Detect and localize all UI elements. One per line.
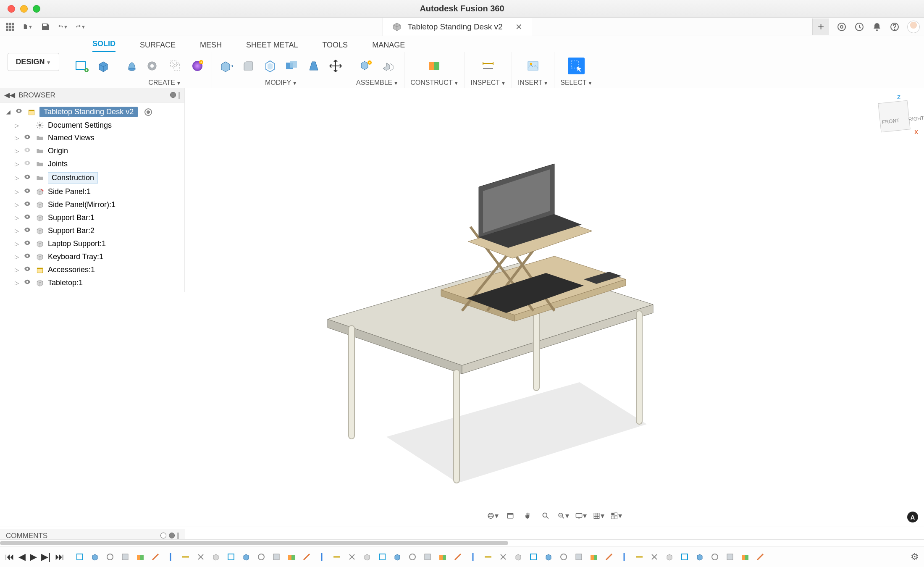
panel-dot-icon[interactable] [160, 533, 166, 538]
expand-arrow-icon[interactable]: ▷ [13, 135, 20, 141]
joint-icon[interactable] [358, 58, 375, 74]
construct-plane-icon[interactable] [426, 58, 443, 74]
timeline-feature[interactable] [407, 551, 418, 562]
expand-arrow-icon[interactable]: ▷ [13, 122, 20, 129]
timeline-feature[interactable] [362, 551, 373, 562]
timeline-feature[interactable] [573, 551, 584, 562]
tree-item[interactable]: ▷Tabletop:1 [3, 276, 184, 289]
loft-icon[interactable] [167, 58, 184, 74]
new-sketch-icon[interactable] [73, 58, 90, 74]
expand-arrow-icon[interactable]: ▷ [13, 215, 20, 221]
group-insert-label[interactable]: INSERT [518, 79, 548, 87]
visibility-icon[interactable] [24, 278, 32, 288]
new-tab-button[interactable]: + [812, 18, 829, 35]
timeline-feature[interactable] [301, 551, 312, 562]
viewcube[interactable]: Z X FRONT RIGHT [875, 97, 916, 137]
timeline-feature[interactable] [755, 551, 766, 562]
timeline-feature[interactable] [271, 551, 282, 562]
expand-arrow-icon[interactable]: ▷ [13, 148, 20, 154]
timeline-feature[interactable] [150, 551, 161, 562]
timeline-feature[interactable] [513, 551, 524, 562]
timeline-feature[interactable] [105, 551, 116, 562]
activate-component-icon[interactable] [144, 108, 152, 116]
timeline-feature[interactable] [74, 551, 85, 562]
visibility-icon[interactable] [24, 213, 32, 223]
close-tab-icon[interactable]: ✕ [515, 22, 522, 32]
fit-icon[interactable] [540, 510, 551, 522]
display-settings-icon[interactable]: ▾ [575, 510, 587, 522]
timeline-feature[interactable] [483, 551, 494, 562]
zoom-icon[interactable]: ▾ [557, 510, 569, 522]
visibility-icon[interactable] [24, 159, 32, 169]
sweep-icon[interactable] [145, 58, 162, 74]
grid-settings-icon[interactable]: ▾ [593, 510, 604, 522]
timeline-feature[interactable] [135, 551, 146, 562]
timeline-feature[interactable] [256, 551, 267, 562]
data-panel-icon[interactable] [5, 22, 15, 32]
timeline-feature[interactable] [226, 551, 236, 562]
timeline-feature[interactable] [649, 551, 660, 562]
group-construct-label[interactable]: CONSTRUCT [410, 79, 458, 87]
shell-icon[interactable] [262, 58, 278, 74]
expand-arrow-icon[interactable]: ▷ [13, 228, 20, 234]
viewport[interactable]: Z X FRONT RIGHT [185, 88, 924, 527]
visibility-icon[interactable] [24, 200, 32, 210]
viewcube-right[interactable]: RIGHT [908, 115, 924, 123]
visibility-icon[interactable] [24, 265, 32, 275]
extensions-icon[interactable] [837, 22, 847, 32]
tab-sheet-metal[interactable]: SHEET METAL [246, 41, 298, 52]
timeline-feature[interactable] [392, 551, 403, 562]
timeline-feature[interactable] [377, 551, 388, 562]
group-inspect-label[interactable]: INSPECT [471, 79, 506, 87]
group-create-label[interactable]: CREATE [148, 79, 181, 87]
timeline-feature[interactable] [89, 551, 100, 562]
tree-item[interactable]: ▷Joints [3, 158, 184, 171]
user-avatar[interactable] [907, 21, 920, 33]
tree-item[interactable]: ▷Side Panel:1 [3, 185, 184, 198]
insert-decal-icon[interactable] [525, 58, 541, 74]
viewcube-front[interactable]: FRONT [882, 118, 900, 125]
expand-arrow-icon[interactable]: ▷ [13, 175, 20, 181]
viewport-layout-icon[interactable]: ▾ [610, 510, 622, 522]
job-status-icon[interactable] [854, 22, 864, 32]
visibility-icon[interactable] [24, 133, 32, 143]
visibility-icon[interactable] [24, 252, 32, 262]
workspace-label[interactable]: DESIGN [8, 53, 59, 71]
timeline-feature[interactable] [210, 551, 221, 562]
timeline-feature[interactable] [165, 551, 176, 562]
tab-manage[interactable]: MANAGE [372, 41, 405, 52]
timeline-next-icon[interactable]: ▶| [41, 551, 51, 562]
panel-collapse-icon[interactable] [177, 533, 179, 539]
move-icon[interactable] [327, 58, 344, 74]
notifications-icon[interactable] [872, 22, 882, 32]
expand-arrow-icon[interactable]: ▷ [13, 241, 20, 247]
visibility-icon[interactable] [24, 239, 32, 249]
visibility-icon[interactable] [15, 107, 24, 117]
create-form-icon[interactable] [189, 58, 206, 74]
tree-item[interactable]: ▷Named Views [3, 131, 184, 144]
visibility-icon[interactable] [24, 146, 32, 156]
tree-item[interactable]: ▷Laptop Support:1 [3, 237, 184, 250]
timeline-feature[interactable] [528, 551, 539, 562]
expand-arrow-icon[interactable]: ▷ [13, 189, 20, 195]
tab-mesh[interactable]: MESH [200, 41, 222, 52]
extrude-icon[interactable] [95, 58, 112, 74]
timeline-prev-icon[interactable]: ◀ [18, 551, 26, 562]
timeline-feature[interactable] [437, 551, 448, 562]
timeline-feature[interactable] [452, 551, 463, 562]
tree-item[interactable]: ▷Construction [3, 171, 184, 185]
tab-solid[interactable]: SOLID [92, 39, 116, 52]
timeline-feature[interactable] [316, 551, 327, 562]
timeline-feature[interactable] [422, 551, 433, 562]
tree-root[interactable]: ◢ Tabletop Standing Desk v2 [3, 105, 184, 119]
timeline-feature[interactable] [498, 551, 509, 562]
timeline-feature[interactable] [346, 551, 357, 562]
expand-arrow-icon[interactable]: ▷ [13, 280, 20, 286]
measure-icon[interactable] [480, 58, 496, 74]
group-modify-label[interactable]: MODIFY [265, 79, 297, 87]
timeline-feature[interactable] [120, 551, 131, 562]
timeline-feature[interactable] [543, 551, 554, 562]
visibility-icon[interactable] [24, 226, 32, 236]
expand-arrow-icon[interactable]: ▷ [13, 161, 20, 167]
save-icon[interactable] [40, 22, 50, 32]
